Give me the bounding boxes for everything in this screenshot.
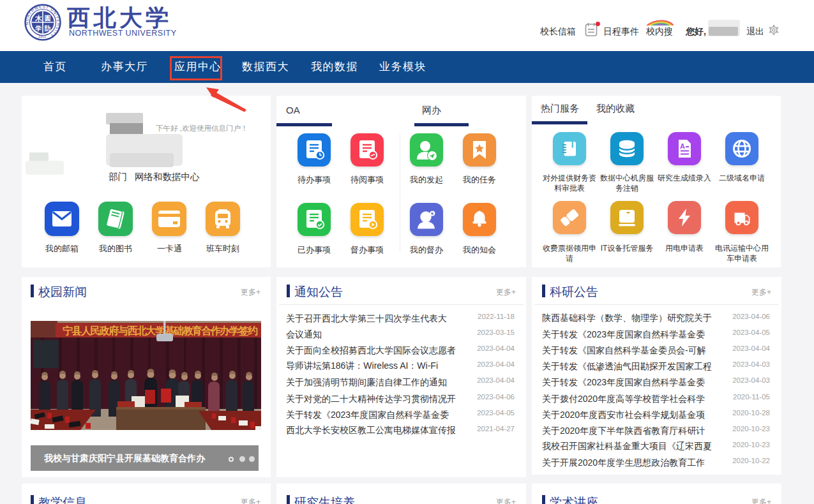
svg-text:木: 木 <box>34 15 43 22</box>
svg-text:阞: 阞 <box>45 25 51 32</box>
svg-text:1902: 1902 <box>38 34 46 38</box>
svg-text:A: A <box>680 142 685 150</box>
svg-text:圆: 圆 <box>45 15 51 22</box>
svg-text:学: 学 <box>36 25 42 32</box>
